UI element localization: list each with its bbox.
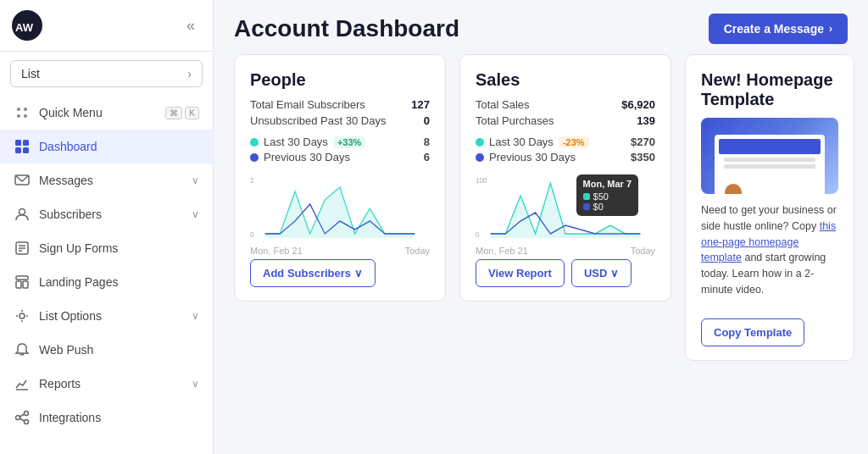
tooltip-row-2: $0 [583,202,632,212]
sidebar-item-integrations[interactable]: Integrations [0,401,213,435]
people-last30-row: Last 30 Days +33% 8 [250,136,430,148]
sales-chart-tooltip: Mon, Mar 7 $50 $0 [576,174,638,216]
list-options-icon [14,307,31,324]
svg-rect-9 [23,147,29,153]
sidebar-item-quick-menu[interactable]: Quick Menu ⌘ K [0,96,213,130]
svg-point-19 [19,313,25,318]
tooltip-dot-1 [583,193,590,200]
subscribers-label: Subscribers [39,208,183,221]
total-sales-row: Total Sales $6,920 [476,98,655,111]
sales-prev30-dot [476,153,484,162]
web-push-icon [14,341,31,358]
list-selector-arrow-icon: › [187,67,192,80]
sidebar-item-list-options[interactable]: List Options ∨ [0,299,213,333]
total-sales-value: $6,920 [621,98,655,111]
template-description: Need to get your business or side hustle… [701,202,838,298]
quick-menu-kbd: ⌘ K [165,107,199,119]
unsubscribed-value: 0 [424,114,430,127]
people-chart-start-label: Mon, Feb 21 [250,246,303,256]
copy-template-button[interactable]: Copy Template [701,318,804,346]
sign-up-forms-icon [14,240,31,257]
template-img-avatar [723,182,743,194]
integrations-label: Integrations [39,411,199,424]
svg-point-21 [16,416,20,420]
view-report-button[interactable]: View Report [476,259,565,287]
svg-text:2: 2 [250,176,254,185]
subscribers-chevron-icon: ∨ [192,208,199,220]
svg-point-3 [24,108,27,111]
sidebar-item-sign-up-forms[interactable]: Sign Up Forms [0,231,213,265]
people-last30-label: Last 30 Days [264,136,328,148]
sales-card-title: Sales [476,70,655,90]
sales-chart: 100 0 Mon, Mar 7 $50 $0 [476,174,655,242]
tooltip-label-2: $0 [593,202,604,212]
people-card-title: People [250,70,430,90]
template-preview-inner [715,135,825,194]
sales-chart-start-label: Mon, Feb 21 [476,246,528,256]
usd-dropdown-arrow-icon: ∨ [610,267,619,280]
sales-last30-dot [476,138,484,147]
total-purchases-label: Total Purchases [476,114,554,127]
people-chart: 2 0 Mon, Feb 21 Today [250,174,430,242]
sidebar-item-subscribers[interactable]: Subscribers ∨ [0,197,213,231]
sidebar-collapse-button[interactable]: « [181,15,201,36]
reports-icon [14,375,31,392]
page-title: Account Dashboard [234,15,459,42]
add-subscribers-button[interactable]: Add Subscribers ∨ [250,259,376,287]
messages-chevron-icon: ∨ [192,174,199,186]
logo-area: AW [12,10,42,41]
template-img-header-bar [719,139,821,154]
sales-last30-row: Last 30 Days -23% $270 [476,136,655,148]
sidebar-item-web-push[interactable]: Web Push [0,333,213,367]
svg-text:100: 100 [476,176,487,185]
reports-label: Reports [39,377,183,390]
tooltip-row-1: $50 [583,191,632,202]
messages-label: Messages [39,174,183,187]
tooltip-date: Mon, Mar 7 [583,179,632,189]
integrations-icon [14,409,31,426]
template-preview-image [701,118,838,194]
people-prev30-row: Previous 30 Days 6 [250,151,430,163]
people-last30-value: 8 [424,136,430,148]
svg-text:AW: AW [15,21,34,34]
template-card: New! Homepage Template Need to get your … [685,54,854,361]
people-chart-labels: Mon, Feb 21 Today [250,246,430,256]
list-selector[interactable]: List › [10,60,203,87]
people-chart-end-label: Today [405,246,430,256]
sales-chart-end-label: Today [631,246,655,256]
sidebar-item-dashboard[interactable]: Dashboard [0,130,213,163]
svg-line-24 [20,414,25,417]
svg-point-2 [17,108,20,111]
template-img-text-1 [724,158,815,162]
people-last30-badge: +33% [333,136,365,148]
list-options-chevron-icon: ∨ [192,310,199,322]
cards-area: People Total Email Subscribers 127 Unsub… [214,54,868,454]
sign-up-forms-label: Sign Up Forms [39,241,199,255]
people-card: People Total Email Subscribers 127 Unsub… [234,54,446,302]
add-subscribers-arrow-icon: ∨ [354,267,363,280]
sales-prev30-value: $350 [631,151,655,163]
subscribers-icon [14,206,31,223]
total-purchases-row: Total Purchases 139 [476,114,655,127]
create-message-button[interactable]: Create a Message › [709,14,848,44]
svg-rect-18 [23,281,28,288]
main-content: Account Dashboard Create a Message › Peo… [214,0,868,454]
sidebar-item-messages[interactable]: Messages ∨ [0,163,213,197]
people-last30-dot [250,138,259,147]
landing-pages-label: Landing Pages [39,275,199,289]
svg-rect-16 [16,276,28,280]
svg-text:0: 0 [250,230,254,240]
svg-line-25 [20,418,25,421]
landing-pages-icon [14,274,31,291]
total-email-subscribers-label: Total Email Subscribers [250,98,365,111]
sales-prev30-label: Previous 30 Days [489,151,576,163]
sales-card: Sales Total Sales $6,920 Total Purchases… [459,54,671,302]
reports-chevron-icon: ∨ [192,378,199,390]
sidebar-item-reports[interactable]: Reports ∨ [0,367,213,401]
total-email-subscribers-row: Total Email Subscribers 127 [250,98,430,111]
total-purchases-value: 139 [637,114,655,127]
web-push-label: Web Push [39,343,199,357]
main-header: Account Dashboard Create a Message › [214,0,868,54]
sidebar-item-landing-pages[interactable]: Landing Pages [0,265,213,299]
usd-dropdown-button[interactable]: USD ∨ [571,259,632,287]
